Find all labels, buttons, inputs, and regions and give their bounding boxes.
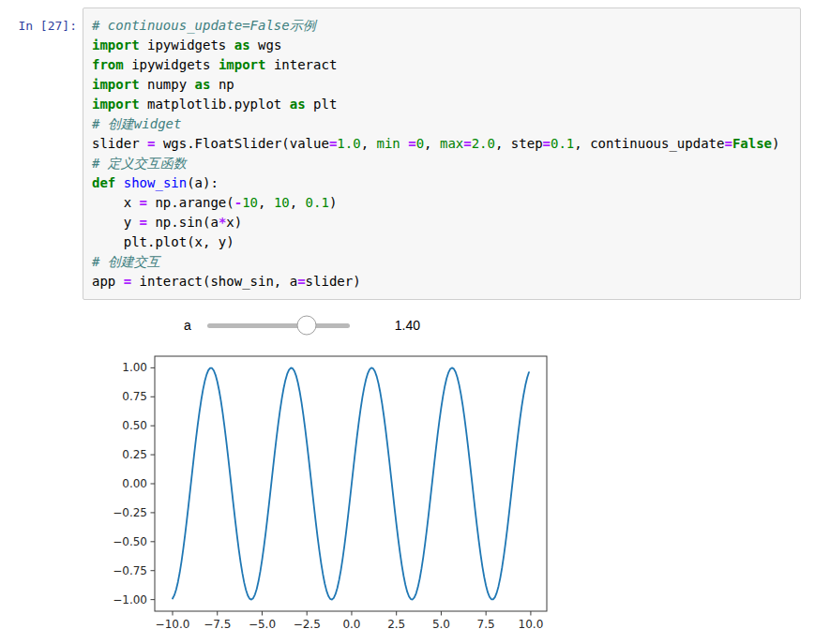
x-tick-label: −5.0 <box>249 618 276 631</box>
notebook-page: In [27]: # continuous_update=False示例impo… <box>0 0 815 644</box>
code-line: # 定义交互函数 <box>92 154 792 173</box>
code-line: import numpy as np <box>92 75 792 95</box>
slider-handle[interactable] <box>297 316 317 336</box>
y-tick-label: 0.75 <box>122 390 147 403</box>
x-tick-label: 10.0 <box>519 618 544 631</box>
y-tick-label: 0.00 <box>122 477 147 490</box>
input-prompt: In [27]: <box>0 7 77 36</box>
y-tick-label: 0.50 <box>122 419 147 432</box>
code-line: import matplotlib.pyplot as plt <box>92 95 792 114</box>
slider-widget: a 1.40 <box>184 312 420 338</box>
x-tick-label: −10.0 <box>156 618 190 631</box>
code-line: # continuous_update=False示例 <box>92 16 792 36</box>
code-line: import ipywidgets as wgs <box>92 36 792 55</box>
slider-label: a <box>184 318 191 333</box>
y-tick-label: −0.50 <box>113 535 147 548</box>
figure-svg: −10.0−7.5−5.0−2.50.02.55.07.510.01.000.7… <box>94 345 563 637</box>
y-tick-label: −1.00 <box>113 593 147 607</box>
x-tick-label: 7.5 <box>477 618 495 631</box>
code-line: slider = wgs.FloatSlider(value=1.0, min … <box>92 134 792 154</box>
axes-background <box>155 356 547 611</box>
x-tick-label: 5.0 <box>432 618 450 631</box>
code-line: app = interact(show_sin, a=slider) <box>92 272 792 292</box>
slider-track[interactable] <box>207 314 350 337</box>
slider-track-bar <box>207 323 350 328</box>
y-tick-label: −0.25 <box>113 506 147 519</box>
slider-readout: 1.40 <box>395 318 420 333</box>
x-tick-label: 2.5 <box>387 618 405 631</box>
code-line: def show_sin(a): <box>92 173 792 193</box>
code-line: plt.plot(x, y) <box>92 232 792 252</box>
code-line: # 创建交互 <box>92 252 792 272</box>
y-tick-label: −0.75 <box>113 564 147 577</box>
x-tick-label: 0.0 <box>342 618 360 631</box>
code-line: y = np.sin(a*x) <box>92 213 792 232</box>
code-line: # 创建widget <box>92 114 792 134</box>
x-tick-label: −2.5 <box>294 618 321 631</box>
code-editor[interactable]: # continuous_update=False示例import ipywid… <box>83 7 801 300</box>
y-tick-label: 0.25 <box>122 448 147 461</box>
y-tick-label: 1.00 <box>122 361 147 374</box>
code-line: from ipywidgets import interact <box>92 55 792 75</box>
matplotlib-figure: −10.0−7.5−5.0−2.50.02.55.07.510.01.000.7… <box>94 345 563 637</box>
code-line: x = np.arange(-10, 10, 0.1) <box>92 193 792 213</box>
x-tick-label: −7.5 <box>204 618 231 631</box>
